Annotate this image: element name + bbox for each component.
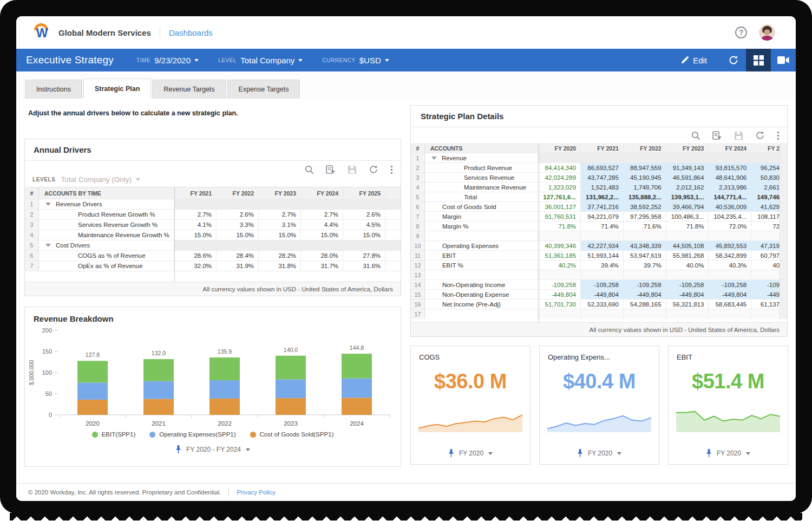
search-icon[interactable]	[691, 131, 700, 140]
chevron-down-icon[interactable]	[45, 203, 51, 206]
value-cell[interactable]: -449,804	[624, 290, 666, 299]
bar-segment-ebit-spp1[interactable]	[276, 356, 306, 380]
value-cell[interactable]: 28.2%	[259, 251, 301, 260]
table-scrollbar[interactable]	[780, 183, 787, 192]
table-scrollbar[interactable]	[780, 299, 787, 309]
value-cell[interactable]: 43,747,285	[581, 173, 624, 182]
filter-level[interactable]: LEVELTotal Company	[218, 56, 303, 65]
bar-segment-operating-expenses-spp1[interactable]	[77, 382, 108, 400]
table-scrollbar[interactable]	[780, 163, 787, 172]
tab-strategic-plan[interactable]: Strategic Plan	[83, 79, 151, 99]
value-cell[interactable]: -109,258	[709, 280, 751, 289]
value-cell[interactable]: 2,313,986	[709, 183, 751, 192]
value-cell[interactable]: 44,505,108	[666, 241, 709, 250]
table-scrollbar[interactable]	[780, 212, 787, 221]
kebab-menu-icon[interactable]	[777, 131, 780, 140]
value-cell[interactable]: 31.7%	[301, 261, 343, 271]
kpi-period-selector[interactable]: FY 2020	[540, 449, 659, 458]
value-cell[interactable]: -449	[751, 290, 780, 299]
chevron-down-icon[interactable]	[45, 244, 51, 247]
table-scrollbar[interactable]	[780, 192, 787, 201]
kpi-period-selector[interactable]: FY 2020	[669, 449, 788, 458]
value-cell[interactable]: 149,746	[751, 192, 780, 201]
value-cell[interactable]: 47,319	[751, 241, 780, 250]
value-cell[interactable]: 2.6%	[343, 210, 385, 219]
chevron-down-icon[interactable]	[431, 157, 437, 160]
refresh-icon[interactable]	[755, 131, 765, 140]
value-cell[interactable]: 1,521,483	[581, 183, 624, 192]
workday-logo-icon[interactable]: W	[32, 22, 51, 43]
table-scrollbar[interactable]	[780, 173, 787, 182]
bar-segment-ebit-spp1[interactable]	[143, 359, 174, 381]
value-cell[interactable]: 46,591,864	[666, 173, 709, 182]
value-cell[interactable]: -109	[751, 280, 780, 289]
table-scrollbar[interactable]	[780, 290, 787, 299]
value-cell[interactable]: 3.1%	[259, 220, 301, 230]
search-icon[interactable]	[305, 165, 314, 174]
save-icon[interactable]	[734, 131, 743, 140]
value-cell[interactable]: 31.6%	[343, 261, 385, 271]
value-cell[interactable]: 4.5%	[343, 220, 385, 230]
table-scrollbar[interactable]	[780, 260, 787, 270]
value-cell[interactable]: 96,254	[751, 163, 780, 172]
bar-segment-cost-of-goods-sold-spp1[interactable]	[77, 400, 108, 415]
kpi-period-selector[interactable]: FY 2020	[411, 449, 530, 458]
table-scrollbar[interactable]	[780, 153, 787, 162]
filter-icon[interactable]	[712, 131, 722, 140]
table-scrollbar[interactable]	[780, 270, 787, 279]
value-cell[interactable]: -109,258	[666, 280, 709, 289]
table-scrollbar[interactable]	[780, 251, 787, 260]
save-icon[interactable]	[348, 165, 357, 174]
kebab-menu-icon[interactable]	[390, 165, 393, 174]
bar-segment-cost-of-goods-sold-spp1[interactable]	[143, 399, 174, 415]
value-cell[interactable]: 50,830	[751, 173, 780, 182]
value-cell[interactable]: -109,258	[624, 280, 666, 289]
bar-segment-ebit-spp1[interactable]	[342, 354, 372, 379]
filter-time[interactable]: TIME9/23/2020	[136, 56, 199, 65]
value-cell[interactable]: 27.8%	[343, 251, 385, 260]
value-cell[interactable]: 135,888,2...	[624, 192, 666, 201]
value-cell[interactable]: 2,012,162	[666, 183, 709, 192]
table-scrollbar[interactable]	[780, 231, 787, 240]
value-cell[interactable]: 3.3%	[217, 220, 259, 230]
value-cell[interactable]: -449,804	[581, 290, 624, 299]
filter-icon[interactable]	[326, 165, 336, 174]
table-scrollbar[interactable]	[780, 280, 787, 289]
value-cell[interactable]: 41,629	[751, 202, 780, 211]
value-cell[interactable]: 31.9%	[217, 261, 259, 271]
tab-instructions[interactable]: Instructions	[25, 80, 82, 99]
value-cell[interactable]: 1,749,706	[624, 183, 666, 192]
tab-revenue-targets[interactable]: Revenue Targets	[152, 80, 226, 99]
value-cell[interactable]: -449,804	[666, 290, 709, 299]
filter-currency[interactable]: CURRENCY$USD	[322, 56, 389, 65]
video-button[interactable]	[771, 49, 796, 71]
value-cell[interactable]: 2.7%	[301, 210, 343, 219]
avatar[interactable]	[759, 24, 775, 41]
bar-segment-cost-of-goods-sold-spp1[interactable]	[342, 398, 372, 415]
grid-view-button[interactable]	[746, 49, 771, 71]
refresh-icon[interactable]	[369, 165, 378, 174]
value-cell[interactable]: -109,258	[581, 280, 624, 289]
value-cell[interactable]: 131,962,2...	[581, 192, 624, 201]
value-cell[interactable]: 15.0%	[343, 230, 385, 240]
bar-segment-operating-expenses-spp1[interactable]	[209, 380, 240, 399]
value-cell[interactable]: 45,892,553	[709, 241, 751, 250]
table-scrollbar[interactable]	[780, 309, 787, 319]
value-cell[interactable]: 4.4%	[301, 220, 343, 230]
privacy-policy-link[interactable]: Privacy Policy	[237, 489, 276, 496]
value-cell[interactable]: 40,536,009	[709, 202, 751, 211]
value-cell[interactable]: 43,348,339	[624, 241, 666, 250]
bar-segment-cost-of-goods-sold-spp1[interactable]	[276, 398, 306, 415]
chart-period-selector[interactable]: FY 2020 - FY 2024	[25, 445, 401, 454]
value-cell[interactable]: 28.0%	[301, 251, 343, 260]
value-cell[interactable]: 39,466,794	[666, 202, 709, 211]
dashboards-link[interactable]: Dashboards	[169, 28, 213, 37]
value-cell[interactable]: 15.0%	[174, 230, 217, 240]
levels-selector[interactable]: Total Company (Only)	[61, 175, 141, 184]
value-cell[interactable]: 42,227,934	[581, 241, 624, 250]
value-cell[interactable]: 88,947,559	[624, 163, 666, 172]
value-cell[interactable]: 15.0%	[217, 230, 259, 240]
value-cell[interactable]: 28.4%	[217, 251, 259, 260]
value-cell[interactable]: 15.0%	[301, 230, 343, 240]
value-cell[interactable]: -449,804	[709, 290, 751, 299]
